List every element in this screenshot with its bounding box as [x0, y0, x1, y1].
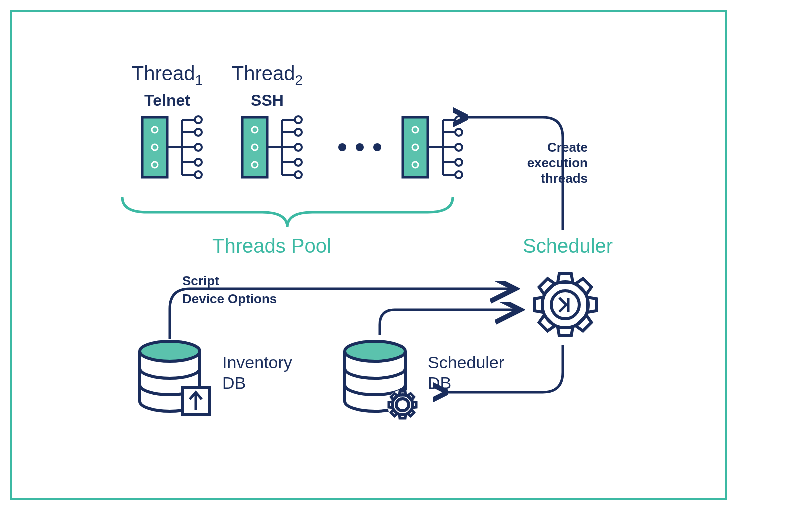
- scheduler-db-icon: [337, 337, 423, 425]
- thread2-sub: 2: [295, 72, 303, 88]
- thread1-sub: 1: [195, 72, 203, 88]
- thread2-protocol: SSH: [222, 91, 312, 110]
- scheduler-db-label: Scheduler DB: [428, 352, 504, 393]
- script-label: Script: [182, 273, 219, 289]
- inventory-db-label: Inventory DB: [222, 352, 292, 393]
- arrow-schedulerdb-to-scheduler: [372, 302, 528, 342]
- thread1-heading: Thread1 Telnet: [122, 62, 212, 110]
- svg-point-21: [140, 341, 200, 361]
- thread2-heading: Thread2 SSH: [222, 62, 312, 110]
- threads-pool-label: Threads Pool: [212, 235, 331, 257]
- svg-point-17: [356, 143, 364, 151]
- device-options-label: Device Options: [182, 291, 277, 307]
- scheduler-heading: Scheduler: [523, 235, 613, 257]
- svg-point-18: [373, 143, 381, 151]
- diagram-frame: Thread1 Telnet Thread2 SSH: [10, 10, 727, 500]
- scheduler-gear-icon: [528, 267, 603, 342]
- svg-point-23: [345, 341, 405, 361]
- thread1-protocol: Telnet: [122, 91, 212, 110]
- inventory-db-icon: [132, 337, 217, 422]
- thread2-name: Thread: [232, 62, 295, 84]
- svg-point-16: [338, 143, 346, 151]
- thread1-name: Thread: [132, 62, 195, 84]
- create-exec-threads-label: Create execution threads: [503, 140, 588, 187]
